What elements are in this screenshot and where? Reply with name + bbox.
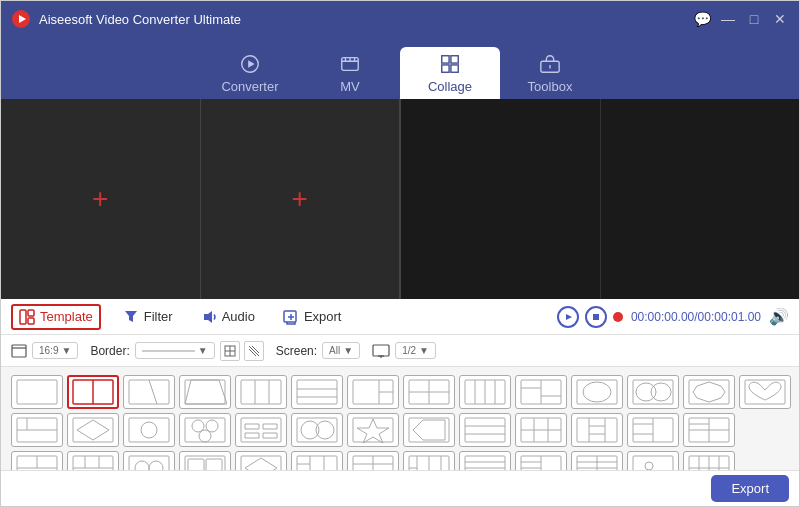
tab-mv[interactable]: MV xyxy=(300,47,400,99)
template-item-20[interactable] xyxy=(291,413,343,447)
template-item-14[interactable] xyxy=(739,375,791,409)
template-item-33[interactable] xyxy=(291,451,343,470)
template-item-17[interactable] xyxy=(123,413,175,447)
svg-rect-12 xyxy=(28,310,34,316)
svg-marker-16 xyxy=(566,314,572,320)
template-item-13[interactable] xyxy=(683,375,735,409)
template-item-27[interactable] xyxy=(683,413,735,447)
grid-icon xyxy=(224,345,236,357)
template-item-4[interactable] xyxy=(179,375,231,409)
add-media-icon-2: + xyxy=(292,183,308,215)
preview-cell-2[interactable]: + xyxy=(201,99,400,299)
template-item-8[interactable] xyxy=(403,375,455,409)
template-item-22[interactable] xyxy=(403,413,455,447)
svg-rect-26 xyxy=(373,345,389,356)
aspect-ratio-select[interactable]: 16:9 ▼ xyxy=(32,342,78,359)
screen-select[interactable]: All ▼ xyxy=(322,342,360,359)
maximize-button[interactable]: □ xyxy=(745,10,763,28)
tab-toolbox[interactable]: Toolbox xyxy=(500,47,600,99)
template-item-36[interactable] xyxy=(459,451,511,470)
svg-marker-66 xyxy=(77,420,109,440)
template-item-35[interactable] xyxy=(403,451,455,470)
template-item-24[interactable] xyxy=(515,413,567,447)
template-row-2 xyxy=(11,413,789,447)
aspect-ratio-dropdown-icon: ▼ xyxy=(61,345,71,356)
export-label: Export xyxy=(304,309,342,324)
filter-button[interactable]: Filter xyxy=(117,306,179,328)
export-button[interactable]: Export xyxy=(711,475,789,502)
template-row-1 xyxy=(11,375,789,409)
template-item-2[interactable] xyxy=(67,375,119,409)
svg-point-72 xyxy=(199,430,211,442)
time-display: 00:00:00.00/00:00:01.00 xyxy=(631,310,761,324)
template-item-3[interactable] xyxy=(123,375,175,409)
template-item-30[interactable] xyxy=(123,451,175,470)
audio-button[interactable]: Audio xyxy=(195,306,261,328)
close-button[interactable]: ✕ xyxy=(771,10,789,28)
svg-rect-110 xyxy=(185,456,225,470)
page-select[interactable]: 1/2 ▼ xyxy=(395,342,436,359)
svg-rect-17 xyxy=(593,314,599,320)
template-item-18[interactable] xyxy=(179,413,231,447)
window-controls: 💬 — □ ✕ xyxy=(693,10,789,28)
template-button[interactable]: Template xyxy=(11,304,101,330)
stop-icon xyxy=(591,312,601,322)
border-dropdown-icon: ▼ xyxy=(198,345,208,356)
message-icon[interactable]: 💬 xyxy=(693,10,711,28)
svg-rect-79 xyxy=(409,418,449,442)
tab-converter-label: Converter xyxy=(221,79,278,94)
template-item-37[interactable] xyxy=(515,451,567,470)
template-item-12[interactable] xyxy=(627,375,679,409)
template-item-15[interactable] xyxy=(11,413,63,447)
template-item-16[interactable] xyxy=(67,413,119,447)
export-button-toolbar[interactable]: Export xyxy=(277,306,348,328)
preview-cell-1[interactable]: + xyxy=(1,99,201,299)
template-item-9[interactable] xyxy=(459,375,511,409)
stop-button[interactable] xyxy=(585,306,607,328)
template-item-34[interactable] xyxy=(347,451,399,470)
template-item-11[interactable] xyxy=(571,375,623,409)
template-item-31[interactable] xyxy=(179,451,231,470)
bottom-bar: Export xyxy=(1,470,799,506)
tab-collage[interactable]: Collage xyxy=(400,47,500,99)
template-item-39[interactable] xyxy=(627,451,679,470)
svg-line-33 xyxy=(149,380,157,404)
template-item-29[interactable] xyxy=(67,451,119,470)
template-item-6[interactable] xyxy=(291,375,343,409)
template-item-23[interactable] xyxy=(459,413,511,447)
minimize-button[interactable]: — xyxy=(719,10,737,28)
template-item-21[interactable] xyxy=(347,413,399,447)
svg-rect-114 xyxy=(297,456,337,470)
play-button[interactable] xyxy=(557,306,579,328)
svg-point-109 xyxy=(149,461,163,470)
svg-rect-5 xyxy=(442,55,449,62)
template-item-7[interactable] xyxy=(347,375,399,409)
template-item-25[interactable] xyxy=(571,413,623,447)
toolbar-left: Template Filter Audio xyxy=(11,304,557,330)
toolbox-icon xyxy=(539,53,561,75)
svg-point-58 xyxy=(636,383,656,401)
preview-area: + + xyxy=(1,99,799,299)
template-item-5[interactable] xyxy=(235,375,287,409)
border-grid-icon[interactable] xyxy=(220,341,240,361)
template-item-19[interactable] xyxy=(235,413,287,447)
template-item-1[interactable] xyxy=(11,375,63,409)
svg-marker-14 xyxy=(204,311,212,323)
tab-converter[interactable]: Converter xyxy=(200,47,300,99)
toolbar-right: 00:00:00.00/00:00:01.00 🔊 xyxy=(557,306,789,328)
template-item-28[interactable] xyxy=(11,451,63,470)
svg-rect-65 xyxy=(73,418,113,442)
border-select[interactable]: ▼ xyxy=(135,342,215,359)
volume-icon[interactable]: 🔊 xyxy=(769,307,789,326)
template-item-40[interactable] xyxy=(683,451,735,470)
border-pattern-icon[interactable] xyxy=(244,341,264,361)
main-window: Aiseesoft Video Converter Ultimate 💬 — □… xyxy=(0,0,800,507)
template-icon xyxy=(19,309,35,325)
template-item-32[interactable] xyxy=(235,451,287,470)
aspect-ratio-control: 16:9 ▼ xyxy=(11,342,78,359)
template-item-26[interactable] xyxy=(627,413,679,447)
screen-dropdown-icon: ▼ xyxy=(343,345,353,356)
template-item-38[interactable] xyxy=(571,451,623,470)
filter-icon xyxy=(123,309,139,325)
template-item-10[interactable] xyxy=(515,375,567,409)
